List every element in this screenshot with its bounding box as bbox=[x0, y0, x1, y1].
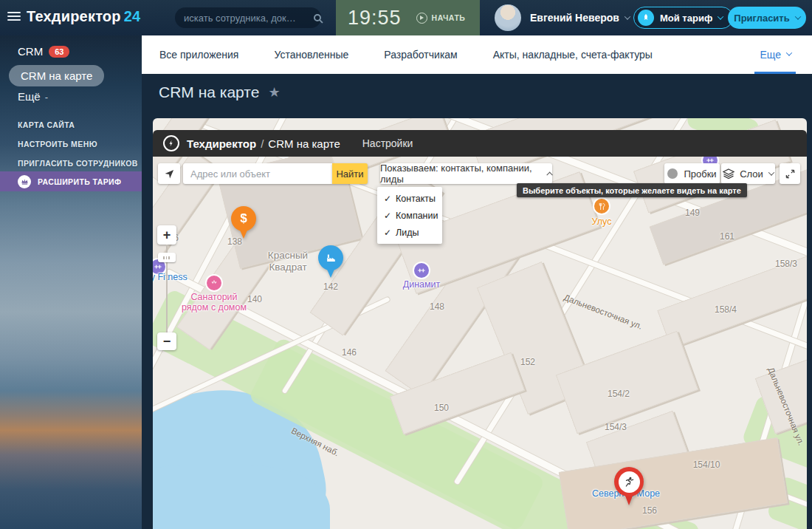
option-label: Контакты bbox=[396, 194, 436, 204]
rocket-icon bbox=[638, 10, 654, 26]
poi-label: Улус bbox=[592, 216, 612, 227]
play-icon bbox=[416, 13, 427, 24]
apps-tabs-bar: Все приложения Установленные Разработчик… bbox=[142, 35, 812, 74]
chevron-down-icon bbox=[718, 13, 723, 19]
map-pin-factory[interactable] bbox=[318, 245, 343, 278]
poi-label: Красный Квадрат bbox=[268, 250, 308, 273]
app-header-bar: Техдиректор / CRM на карте Настройки bbox=[153, 130, 807, 157]
filter-tooltip: Выберите объекты, которые желаете видеть… bbox=[517, 183, 747, 197]
global-search[interactable] bbox=[175, 7, 321, 28]
building-number: 149 bbox=[685, 208, 700, 218]
user-menu[interactable]: Евгений Неверов bbox=[530, 0, 630, 35]
layers-icon bbox=[723, 168, 734, 179]
invite-label: Пригласить bbox=[734, 13, 789, 24]
sidebar-item-crm[interactable]: CRM 63 bbox=[18, 45, 69, 58]
page-title-row: CRM на карте bbox=[159, 83, 281, 101]
traffic-label: Пробки bbox=[684, 168, 716, 180]
zoom-slider-handle[interactable] bbox=[158, 253, 176, 262]
building-number: 161 bbox=[720, 231, 734, 242]
sidebar-more-suffix: - bbox=[45, 92, 48, 103]
search-icon[interactable] bbox=[314, 14, 321, 21]
check-icon bbox=[384, 211, 391, 221]
option-label: Лиды bbox=[396, 228, 419, 238]
layers-button[interactable]: Слои bbox=[721, 163, 775, 184]
poi-food-icon bbox=[594, 199, 609, 214]
user-avatar[interactable] bbox=[495, 4, 521, 31]
sidebar-link-sitemap[interactable]: КАРТА САЙТА bbox=[18, 120, 75, 129]
app-name: CRM на карте bbox=[268, 137, 340, 150]
find-button[interactable]: Найти bbox=[332, 163, 368, 184]
option-label: Компании bbox=[396, 211, 438, 221]
fullscreen-button[interactable] bbox=[780, 163, 800, 184]
filter-option-contacts[interactable]: Контакты bbox=[377, 190, 442, 207]
filter-option-leads[interactable]: Лиды bbox=[377, 224, 442, 241]
page-title: CRM на карте bbox=[159, 83, 259, 101]
chevron-down-icon bbox=[794, 13, 800, 19]
worktime-start-label: НАЧАТЬ bbox=[432, 13, 466, 22]
building-number: 148 bbox=[430, 301, 444, 312]
sidebar-item-more[interactable]: Ещё- bbox=[18, 90, 48, 103]
favorite-star-icon[interactable] bbox=[268, 84, 280, 100]
poi-dumbbell-icon bbox=[414, 263, 429, 278]
worktime-start-button[interactable]: НАЧАТЬ bbox=[412, 13, 466, 24]
building-number: 142 bbox=[323, 281, 338, 292]
my-tariff-button[interactable]: Мой тариф bbox=[633, 7, 733, 29]
poi-label: Динамит bbox=[403, 279, 441, 290]
sidebar-item-crm-on-map[interactable]: CRM на карте bbox=[9, 65, 104, 86]
zoom-in-button[interactable]: + bbox=[157, 225, 176, 245]
tab-developers[interactable]: Разработчикам bbox=[384, 49, 457, 61]
tab-installed[interactable]: Установленные bbox=[274, 49, 348, 61]
topbar: Техдиректор24 19:55 НАЧАТЬ Евгений Невер… bbox=[0, 0, 812, 35]
user-name-label: Евгений Неверов bbox=[530, 12, 619, 24]
tab-more[interactable]: Еще bbox=[760, 35, 792, 74]
brand-logo[interactable]: Техдиректор24 bbox=[27, 8, 140, 25]
building-number: 158/4 bbox=[715, 304, 737, 315]
filter-label: Показываем: контакты, компании, лиды bbox=[380, 163, 541, 185]
chevron-down-icon bbox=[786, 50, 792, 55]
brand-suffix: 24 bbox=[124, 8, 141, 24]
poi-label: ily Fitness bbox=[153, 272, 187, 282]
app-settings-menu[interactable]: Настройки bbox=[362, 137, 413, 149]
building-number: 154/2 bbox=[608, 389, 630, 399]
crown-icon bbox=[18, 175, 31, 188]
sidebar-link-configure-menu[interactable]: НАСТРОИТЬ МЕНЮ bbox=[18, 140, 97, 149]
worktime-widget: 19:55 НАЧАТЬ bbox=[336, 0, 480, 35]
zoom-out-button[interactable]: − bbox=[157, 332, 176, 350]
building-number: 152 bbox=[520, 357, 535, 367]
sidebar-link-invite-employees[interactable]: ПРИГЛАСИТЬ СОТРУДНИКОВ bbox=[18, 159, 138, 168]
brand-name: Техдиректор bbox=[27, 8, 121, 24]
traffic-button[interactable]: Пробки bbox=[664, 163, 720, 184]
my-tariff-label: Мой тариф bbox=[660, 13, 712, 24]
building-number: 140 bbox=[247, 294, 262, 304]
show-objects-filter-button[interactable]: Показываем: контакты, компании, лиды bbox=[380, 163, 552, 184]
map-address-input[interactable] bbox=[183, 163, 332, 184]
poi-spa-icon bbox=[207, 276, 221, 290]
worktime-clock: 19:55 bbox=[348, 7, 402, 30]
sidebar-more-label: Ещё bbox=[18, 90, 41, 103]
building-number: 150 bbox=[434, 403, 449, 413]
filter-option-companies[interactable]: Компании bbox=[377, 207, 442, 224]
building-number: 158/3 bbox=[775, 259, 797, 269]
map-building bbox=[556, 331, 699, 434]
building-number: 154/3 bbox=[605, 422, 627, 432]
sidebar: CRM 63 CRM на карте Ещё- КАРТА САЙТА НАС… bbox=[0, 35, 142, 529]
tab-invoices[interactable]: Акты, накладные, счета-фактуры bbox=[493, 49, 653, 61]
building-number: 146 bbox=[342, 347, 357, 358]
check-icon bbox=[384, 228, 391, 238]
global-search-input[interactable] bbox=[184, 13, 314, 24]
tab-more-underline bbox=[754, 72, 796, 74]
menu-hamburger-icon[interactable] bbox=[7, 12, 21, 22]
traffic-icon bbox=[667, 168, 678, 179]
check-icon bbox=[384, 194, 391, 204]
map-pin-runner[interactable] bbox=[614, 467, 644, 505]
geolocation-button[interactable] bbox=[158, 163, 180, 184]
tab-all-apps[interactable]: Все приложения bbox=[159, 49, 238, 61]
fullscreen-icon bbox=[785, 169, 795, 179]
lightning-icon bbox=[163, 135, 179, 151]
pin-runner-icon bbox=[614, 467, 644, 496]
pin-dollar-icon: $ bbox=[231, 206, 256, 231]
sidebar-upgrade-tariff-button[interactable]: РАСШИРИТЬ ТАРИФ bbox=[0, 171, 142, 191]
map-pin-dollar[interactable]: $ bbox=[231, 206, 256, 239]
invite-button[interactable]: Пригласить bbox=[728, 7, 806, 29]
app-brand: Техдиректор bbox=[187, 137, 256, 150]
